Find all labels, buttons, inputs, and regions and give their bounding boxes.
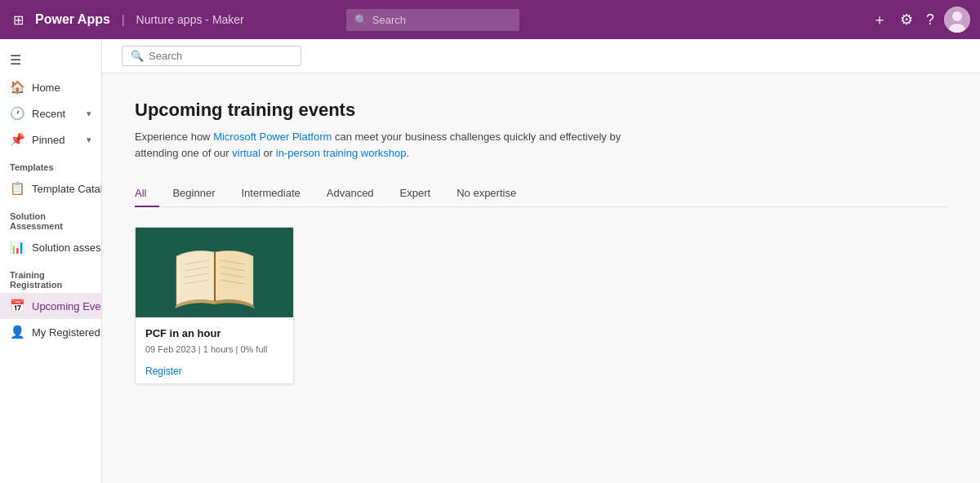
settings-button[interactable]: ⚙: [897, 7, 916, 32]
event-card-register-link[interactable]: Register: [145, 366, 182, 377]
tab-beginner[interactable]: Beginner: [159, 180, 228, 207]
sidebar-item-template-catalog-label: Template Catalog: [32, 183, 102, 195]
app-name: Power Apps: [35, 12, 110, 27]
secondary-search-input[interactable]: [149, 50, 292, 62]
tab-no-expertise[interactable]: No expertise: [443, 180, 529, 207]
sidebar-item-my-registered-events[interactable]: 👤 My Registered Events: [0, 319, 101, 345]
nav-divider: |: [122, 13, 125, 26]
tabs-container: All Beginner Intermediate Advanced Exper…: [135, 180, 947, 207]
top-navigation: ⊞ Power Apps | Nurture apps - Maker 🔍 ＋ …: [0, 0, 980, 39]
upcoming-events-icon: 📅: [10, 299, 25, 313]
solution-assessment-section-label: Solution Assessment: [0, 202, 101, 234]
tab-advanced[interactable]: Advanced: [314, 180, 387, 207]
event-card-body: PCF in an hour 09 Feb 2023 | 1 hours | 0…: [136, 317, 293, 383]
recent-icon: 🕐: [10, 106, 25, 121]
top-search-wrapper: 🔍: [346, 9, 673, 31]
content-area: Upcoming training events Experience how …: [102, 73, 980, 483]
sidebar-item-home[interactable]: 🏠 Home: [0, 74, 101, 100]
pinned-icon: 📌: [10, 132, 25, 147]
secondary-search-icon: 🔍: [131, 50, 144, 62]
top-search-input[interactable]: [346, 9, 519, 31]
event-card-meta: 09 Feb 2023 | 1 hours | 0% full: [145, 344, 283, 354]
template-catalog-icon: 📋: [10, 181, 25, 196]
pinned-chevron-icon: ▾: [87, 135, 91, 145]
power-platform-link[interactable]: Microsoft Power Platform: [213, 131, 332, 143]
event-card-title: PCF in an hour: [145, 327, 283, 339]
sidebar-item-pinned-label: Pinned: [32, 134, 65, 146]
virtual-link[interactable]: virtual: [232, 147, 261, 159]
in-person-link[interactable]: in-person training workshop: [276, 147, 407, 159]
sidebar-item-pinned[interactable]: 📌 Pinned ▾: [0, 126, 101, 153]
sidebar-item-home-label: Home: [32, 82, 60, 94]
sidebar-item-recent-label: Recent: [32, 108, 65, 120]
page-title: Upcoming training events: [135, 100, 947, 121]
page-description: Experience how Microsoft Power Platform …: [135, 129, 625, 161]
grid-icon[interactable]: ⊞: [10, 9, 27, 31]
tab-expert[interactable]: Expert: [387, 180, 444, 207]
sidebar-item-upcoming-events-label: Upcoming Events: [32, 300, 102, 312]
user-avatar[interactable]: [944, 7, 970, 33]
solution-assessment-icon: 📊: [10, 240, 25, 255]
sidebar-item-recent[interactable]: 🕐 Recent ▾: [0, 100, 101, 126]
main-content: 🔍 Upcoming training events Experience ho…: [102, 39, 980, 483]
add-button[interactable]: ＋: [869, 7, 890, 33]
help-button[interactable]: ?: [923, 8, 938, 32]
secondary-search-bar: 🔍: [102, 39, 980, 73]
home-icon: 🏠: [10, 80, 25, 95]
sidebar-item-solution-assessment-label: Solution assessment: [32, 242, 102, 254]
sub-app-name: Nurture apps - Maker: [136, 13, 244, 26]
hamburger-menu[interactable]: ☰: [0, 46, 101, 74]
tab-all[interactable]: All: [135, 180, 159, 207]
sidebar-item-solution-assessment[interactable]: 📊 Solution assessment: [0, 234, 101, 260]
templates-section-label: Templates: [0, 153, 101, 175]
event-card-image: [136, 228, 293, 317]
event-card[interactable]: PCF in an hour 09 Feb 2023 | 1 hours | 0…: [135, 227, 294, 384]
sidebar-item-my-registered-events-label: My Registered Events: [32, 326, 102, 339]
top-nav-right: ＋ ⚙ ?: [869, 7, 970, 33]
training-registration-section-label: Training Registration: [0, 260, 101, 293]
tab-intermediate[interactable]: Intermediate: [229, 180, 314, 207]
svg-point-1: [952, 11, 962, 21]
event-cards-grid: PCF in an hour 09 Feb 2023 | 1 hours | 0…: [135, 227, 947, 384]
sidebar-item-template-catalog[interactable]: 📋 Template Catalog: [0, 175, 101, 202]
recent-chevron-icon: ▾: [87, 109, 91, 119]
sidebar: ☰ 🏠 Home 🕐 Recent ▾ 📌 Pinned ▾ Templates…: [0, 39, 102, 483]
secondary-search-wrapper[interactable]: 🔍: [122, 46, 301, 66]
my-registered-events-icon: 👤: [10, 325, 25, 339]
main-layout: ☰ 🏠 Home 🕐 Recent ▾ 📌 Pinned ▾ Templates…: [0, 39, 980, 483]
sidebar-item-upcoming-events[interactable]: 📅 Upcoming Events: [0, 293, 101, 319]
